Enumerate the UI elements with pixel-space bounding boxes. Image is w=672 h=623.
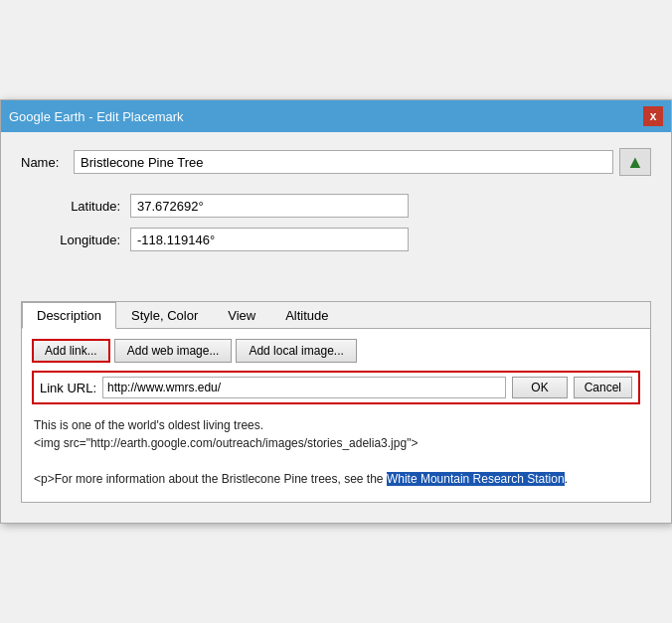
desc-line2: <img src="http://earth.google.com/outrea… xyxy=(34,436,418,450)
coords-section: Latitude: Longitude: xyxy=(21,194,651,251)
link-url-label: Link URL: xyxy=(40,381,96,395)
cancel-button[interactable]: Cancel xyxy=(574,377,632,398)
tab-view[interactable]: View xyxy=(213,302,270,329)
name-row: Name: ▲ xyxy=(21,148,651,176)
desc-link[interactable]: White Mountain Research Station xyxy=(387,472,565,486)
longitude-input[interactable] xyxy=(130,228,409,251)
tree-icon: ▲ xyxy=(626,152,644,173)
add-web-image-button[interactable]: Add web image... xyxy=(114,339,233,363)
add-local-image-button[interactable]: Add local image... xyxy=(236,339,356,363)
latitude-label: Latitude: xyxy=(41,199,120,214)
name-label: Name: xyxy=(21,155,66,170)
desc-line3: <p>For more information about the Bristl… xyxy=(34,472,387,486)
longitude-label: Longitude: xyxy=(41,233,120,247)
longitude-row: Longitude: xyxy=(41,228,651,251)
link-url-input[interactable] xyxy=(102,377,506,398)
window-title: Google Earth - Edit Placemark xyxy=(9,109,184,124)
close-button[interactable]: x xyxy=(643,106,663,126)
tab-bar: Description Style, Color View Altitude xyxy=(22,302,650,329)
link-url-row: Link URL: OK Cancel xyxy=(32,371,640,404)
title-bar: Google Earth - Edit Placemark x xyxy=(1,100,671,132)
ok-button[interactable]: OK xyxy=(512,377,567,398)
placemark-icon-button[interactable]: ▲ xyxy=(619,148,651,176)
button-row: Add link... Add web image... Add local i… xyxy=(32,339,640,363)
description-text: This is one of the world's oldest living… xyxy=(32,412,640,492)
tab-style-color[interactable]: Style, Color xyxy=(116,302,213,329)
tab-altitude[interactable]: Altitude xyxy=(270,302,343,329)
window-body: Name: ▲ Latitude: Longitude: Description… xyxy=(1,132,671,523)
desc-line1: This is one of the world's oldest living… xyxy=(34,418,263,432)
desc-line4: . xyxy=(565,472,568,486)
add-link-button[interactable]: Add link... xyxy=(32,339,110,363)
tab-content-description: Add link... Add web image... Add local i… xyxy=(22,329,650,502)
edit-placemark-window: Google Earth - Edit Placemark x Name: ▲ … xyxy=(0,99,672,524)
latitude-row: Latitude: xyxy=(41,194,651,218)
tab-description[interactable]: Description xyxy=(22,302,116,329)
latitude-input[interactable] xyxy=(130,194,409,218)
name-input[interactable] xyxy=(74,150,613,174)
tabs-container: Description Style, Color View Altitude A… xyxy=(21,301,651,503)
